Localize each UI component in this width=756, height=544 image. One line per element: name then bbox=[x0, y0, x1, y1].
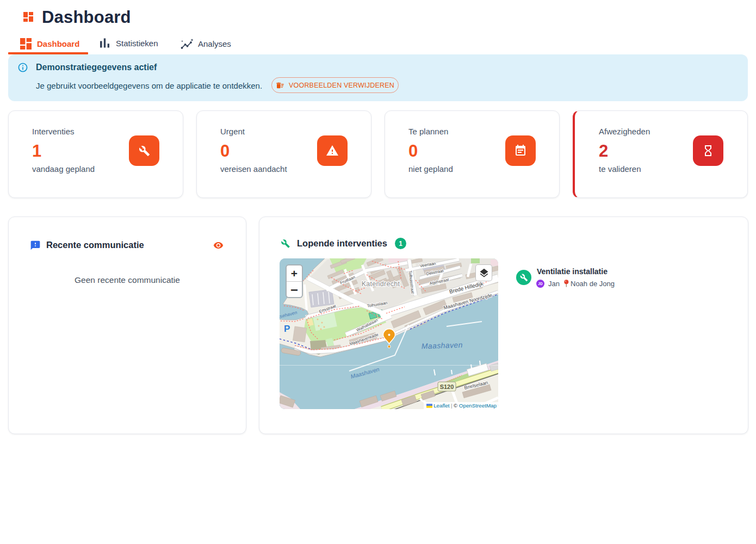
svg-text:Maashaven: Maashaven bbox=[422, 341, 463, 351]
svg-text:P: P bbox=[284, 324, 290, 334]
svg-text:Katendrecht: Katendrecht bbox=[362, 280, 400, 288]
svg-text:S120: S120 bbox=[440, 384, 454, 390]
